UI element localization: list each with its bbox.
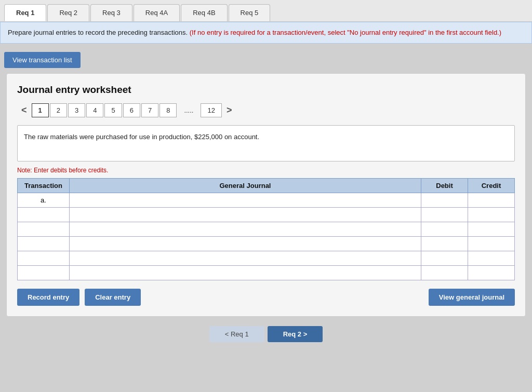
page-4[interactable]: 4 (86, 103, 103, 117)
row6-gj-input[interactable] (70, 266, 421, 280)
row1-general-journal[interactable] (70, 193, 421, 207)
row3-credit-input[interactable] (468, 222, 514, 236)
row6-credit[interactable] (468, 265, 515, 280)
bottom-nav: < Req 1 Req 2 > (4, 326, 528, 342)
row3-general-journal[interactable] (70, 222, 421, 236)
row2-credit-input[interactable] (468, 208, 514, 222)
row2-general-journal[interactable] (70, 207, 421, 222)
row5-credit[interactable] (468, 251, 515, 265)
prev-page-arrow[interactable]: < (17, 103, 31, 118)
instruction-bar: Prepare journal entries to record the pr… (0, 22, 532, 44)
next-nav-button[interactable]: Req 2 > (268, 326, 323, 342)
page-12[interactable]: 12 (201, 103, 221, 117)
view-general-journal-button[interactable]: View general journal (429, 289, 515, 306)
tab-bar: Req 1 Req 2 Req 3 Req 4A Req 4B Req 5 (0, 0, 532, 22)
note-text: Note: Enter debits before credits. (17, 167, 515, 174)
row6-credit-input[interactable] (468, 266, 514, 280)
tab-req4a[interactable]: Req 4A (134, 4, 180, 21)
row4-debit[interactable] (421, 236, 468, 251)
col-credit: Credit (468, 178, 515, 193)
table-row (18, 207, 515, 222)
tab-req1[interactable]: Req 1 (4, 4, 46, 21)
col-general-journal: General Journal (70, 178, 421, 193)
view-transaction-button[interactable]: View transaction list (4, 52, 81, 68)
row5-gj-input[interactable] (70, 251, 421, 265)
row2-transaction (18, 207, 70, 222)
instruction-red: (If no entry is required for a transacti… (188, 29, 501, 36)
row3-transaction (18, 222, 70, 236)
record-entry-button[interactable]: Record entry (17, 289, 79, 306)
page-dots: ..... (178, 104, 200, 117)
row4-transaction (18, 236, 70, 251)
row6-debit-input[interactable] (421, 266, 468, 280)
row2-debit[interactable] (421, 207, 468, 222)
row1-gj-input[interactable] (70, 193, 421, 207)
row3-debit[interactable] (421, 222, 468, 236)
page-8[interactable]: 8 (159, 103, 177, 117)
worksheet-title: Journal entry worksheet (17, 84, 515, 96)
table-row (18, 222, 515, 236)
row4-general-journal[interactable] (70, 236, 421, 251)
tab-req5[interactable]: Req 5 (229, 4, 271, 21)
row3-debit-input[interactable] (421, 222, 468, 236)
row4-debit-input[interactable] (421, 237, 468, 251)
row3-gj-input[interactable] (70, 222, 421, 236)
prev-nav-button[interactable]: < Req 1 (209, 326, 264, 342)
page-3[interactable]: 3 (68, 103, 85, 117)
row3-credit[interactable] (468, 222, 515, 236)
row1-credit-input[interactable] (468, 193, 514, 207)
row6-debit[interactable] (421, 265, 468, 280)
row1-credit[interactable] (468, 193, 515, 207)
row4-credit[interactable] (468, 236, 515, 251)
row5-credit-input[interactable] (468, 251, 514, 265)
row1-debit-input[interactable] (421, 193, 468, 207)
row2-gj-input[interactable] (70, 208, 421, 222)
journal-worksheet-panel: Journal entry worksheet < 1 2 3 4 5 6 7 … (6, 73, 526, 317)
table-row: a. (18, 193, 515, 207)
row6-general-journal[interactable] (70, 265, 421, 280)
tab-req3[interactable]: Req 3 (90, 4, 132, 21)
pagination-row: < 1 2 3 4 5 6 7 8 ..... 12 > (17, 103, 515, 118)
row4-gj-input[interactable] (70, 237, 421, 251)
journal-table: Transaction General Journal Debit Credit… (17, 178, 515, 280)
clear-entry-button[interactable]: Clear entry (85, 289, 141, 306)
row1-transaction: a. (18, 193, 70, 207)
page-6[interactable]: 6 (123, 103, 140, 117)
page-5[interactable]: 5 (104, 103, 122, 117)
row5-transaction (18, 251, 70, 265)
next-page-arrow[interactable]: > (222, 103, 236, 118)
action-buttons: Record entry Clear entry View general jo… (17, 289, 515, 306)
row2-credit[interactable] (468, 207, 515, 222)
page-7[interactable]: 7 (141, 103, 158, 117)
tab-req4b[interactable]: Req 4B (181, 4, 227, 21)
row1-debit[interactable] (421, 193, 468, 207)
instruction-main: Prepare journal entries to record the pr… (8, 29, 188, 36)
row4-credit-input[interactable] (468, 237, 514, 251)
col-debit: Debit (421, 178, 468, 193)
table-row (18, 265, 515, 280)
table-row (18, 236, 515, 251)
col-transaction: Transaction (18, 178, 70, 193)
row5-general-journal[interactable] (70, 251, 421, 265)
transaction-description: The raw materials were purchased for use… (17, 125, 515, 161)
page-1[interactable]: 1 (32, 103, 49, 117)
row2-debit-input[interactable] (421, 208, 468, 222)
row5-debit-input[interactable] (421, 251, 468, 265)
page-2[interactable]: 2 (50, 103, 67, 117)
row6-transaction (18, 265, 70, 280)
row5-debit[interactable] (421, 251, 468, 265)
table-row (18, 251, 515, 265)
tab-req2[interactable]: Req 2 (47, 4, 89, 21)
